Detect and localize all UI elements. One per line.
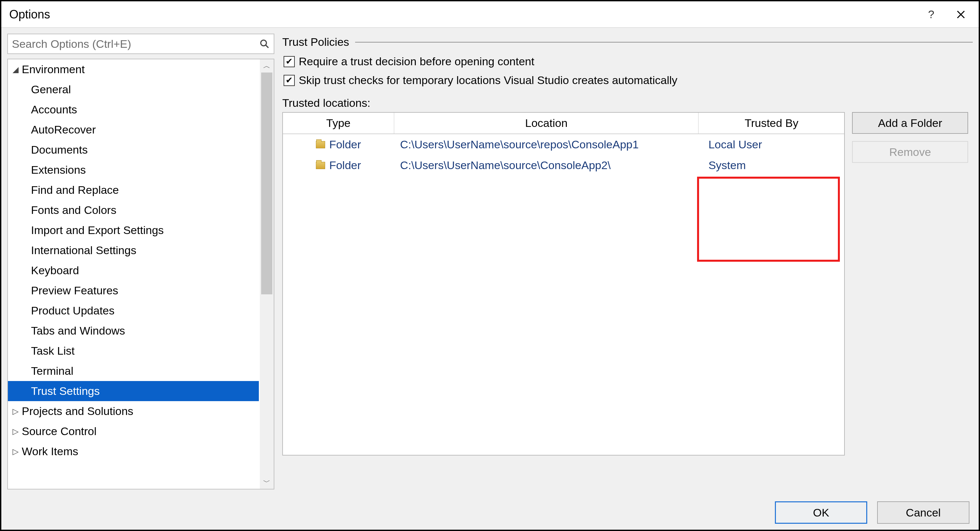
search-icon	[259, 38, 270, 49]
locations-area: Type Location Trusted By FolderC:\Users\…	[282, 112, 973, 490]
tree-item[interactable]: General	[8, 79, 259, 100]
dialog-body: ◢EnvironmentGeneralAccountsAutoRecoverDo…	[1, 28, 979, 495]
tree-item-label: Product Updates	[31, 304, 115, 317]
col-location[interactable]: Location	[394, 113, 698, 134]
tree-item[interactable]: Trust Settings	[8, 381, 259, 401]
tree-item[interactable]: Fonts and Colors	[8, 200, 259, 220]
tree-list[interactable]: ◢EnvironmentGeneralAccountsAutoRecoverDo…	[8, 59, 259, 489]
window-title: Options	[9, 8, 921, 21]
group-header: Trust Policies	[282, 36, 973, 48]
search-input[interactable]	[12, 38, 259, 51]
tree-item[interactable]: ▷Work Items	[8, 441, 259, 461]
cell-type: Folder	[283, 155, 394, 176]
check-require-label: Require a trust decision before opening …	[299, 55, 534, 68]
checkbox-icon[interactable]: ✔	[283, 75, 295, 86]
ok-button[interactable]: OK	[775, 501, 867, 524]
group-divider	[355, 42, 973, 43]
tree-item[interactable]: International Settings	[8, 240, 259, 261]
close-icon[interactable]	[951, 5, 971, 24]
check-require-row[interactable]: ✔ Require a trust decision before openin…	[282, 55, 973, 68]
check-skip-row[interactable]: ✔ Skip trust checks for temporary locati…	[282, 74, 973, 87]
tree-item-label: Preview Features	[31, 284, 118, 297]
scroll-thumb[interactable]	[261, 73, 272, 294]
tree-item[interactable]: ▷Projects and Solutions	[8, 401, 259, 421]
tree-item-label: AutoRecover	[31, 123, 96, 136]
dialog-footer: OK Cancel	[1, 495, 979, 530]
tree-item-label: Trust Settings	[31, 385, 100, 397]
cell-trusted-by: Local User	[698, 134, 844, 155]
tree-item-label: Projects and Solutions	[22, 405, 133, 418]
tree-item-label: Task List	[31, 345, 75, 357]
cancel-button[interactable]: Cancel	[877, 501, 969, 524]
cell-type: Folder	[283, 134, 394, 155]
chevron-right-icon[interactable]: ▷	[13, 447, 21, 456]
trusted-locations-table[interactable]: Type Location Trusted By FolderC:\Users\…	[282, 112, 845, 456]
tree-item[interactable]: Task List	[8, 341, 259, 361]
tree-item[interactable]: Extensions	[8, 160, 259, 180]
titlebar: Options ?	[1, 1, 979, 28]
tree-item[interactable]: Product Updates	[8, 300, 259, 321]
checkbox-icon[interactable]: ✔	[283, 56, 295, 67]
cell-location: C:\Users\UserName\source\repos\ConsoleAp…	[394, 134, 698, 155]
left-column: ◢EnvironmentGeneralAccountsAutoRecoverDo…	[7, 33, 274, 490]
tree-item-label: General	[31, 83, 71, 96]
cell-location: C:\Users\UserName\source\ConsoleApp2\	[394, 155, 698, 176]
options-tree: ◢EnvironmentGeneralAccountsAutoRecoverDo…	[7, 59, 274, 490]
tree-item-label: International Settings	[31, 244, 136, 257]
tree-item-label: Find and Replace	[31, 184, 119, 196]
tree-item[interactable]: Accounts	[8, 100, 259, 120]
tree-item[interactable]: Keyboard	[8, 261, 259, 280]
tree-item[interactable]: Terminal	[8, 361, 259, 381]
table-buttons: Add a Folder Remove	[852, 112, 968, 163]
table-row[interactable]: FolderC:\Users\UserName\source\repos\Con…	[283, 134, 844, 155]
chevron-right-icon[interactable]: ▷	[13, 407, 21, 416]
table-row[interactable]: FolderC:\Users\UserName\source\ConsoleAp…	[283, 155, 844, 176]
scroll-track[interactable]	[260, 73, 274, 475]
tree-item-label: Tabs and Windows	[31, 324, 125, 337]
tree-item[interactable]: Find and Replace	[8, 180, 259, 200]
cell-trusted-by: System	[698, 155, 844, 176]
tree-item-label: Accounts	[31, 103, 77, 116]
tree-item-label: Extensions	[31, 164, 86, 176]
type-label: Folder	[329, 159, 361, 172]
tree-item-label: Documents	[31, 143, 88, 156]
tree-item[interactable]: AutoRecover	[8, 120, 259, 140]
tree-item-label: Fonts and Colors	[31, 204, 116, 216]
remove-button: Remove	[852, 141, 968, 163]
col-trusted-by[interactable]: Trusted By	[698, 113, 844, 134]
check-skip-label: Skip trust checks for temporary location…	[299, 74, 677, 87]
folder-icon	[316, 141, 325, 148]
tree-item-label: Keyboard	[31, 264, 79, 277]
tree-item[interactable]: Preview Features	[8, 280, 259, 300]
col-type[interactable]: Type	[283, 113, 394, 134]
tree-scrollbar[interactable]: ︿ ﹀	[260, 59, 274, 489]
tree-item[interactable]: ▷Source Control	[8, 421, 259, 441]
add-folder-button[interactable]: Add a Folder	[852, 112, 968, 134]
trusted-locations-label: Trusted locations:	[282, 97, 973, 110]
tree-item-label: Environment	[22, 63, 85, 76]
help-icon[interactable]: ?	[921, 5, 941, 24]
tree-item-label: Work Items	[22, 445, 78, 458]
type-label: Folder	[329, 138, 361, 151]
tree-item[interactable]: Documents	[8, 140, 259, 160]
tree-item-label: Terminal	[31, 364, 73, 377]
chevron-down-icon[interactable]: ◢	[13, 65, 21, 74]
tree-item-label: Import and Export Settings	[31, 224, 164, 237]
group-title: Trust Policies	[282, 36, 349, 48]
svg-line-3	[266, 45, 269, 48]
scroll-up-icon[interactable]: ︿	[260, 59, 274, 73]
settings-panel: Trust Policies ✔ Require a trust decisio…	[282, 33, 973, 490]
table-header-row: Type Location Trusted By	[283, 113, 844, 134]
tree-item[interactable]: Import and Export Settings	[8, 220, 259, 240]
folder-icon	[316, 162, 325, 169]
tree-item[interactable]: ◢Environment	[8, 59, 259, 79]
tree-item-label: Source Control	[22, 425, 97, 438]
chevron-right-icon[interactable]: ▷	[13, 427, 21, 436]
scroll-down-icon[interactable]: ﹀	[260, 475, 274, 489]
tree-item[interactable]: Tabs and Windows	[8, 321, 259, 341]
svg-point-2	[261, 40, 266, 46]
search-box[interactable]	[7, 33, 274, 54]
